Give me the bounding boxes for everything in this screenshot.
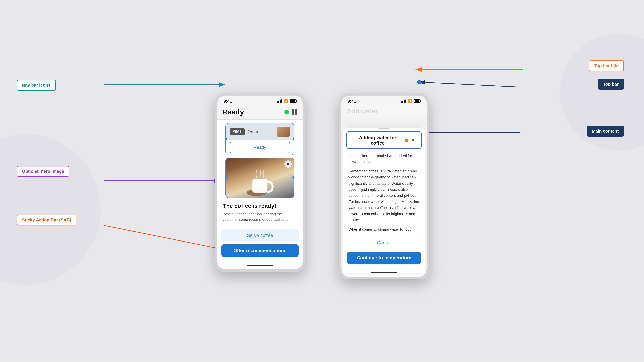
annotation-nav-bar-icons: Nav bar icons [17, 80, 56, 91]
order-card: #001 Order Ready [226, 123, 294, 155]
phone2-screen: 9:41 📶 Add water [342, 95, 427, 277]
phone2-modal-content: makes filtered or bottled water ideal fo… [343, 149, 425, 233]
modal-text-2: Remember, coffee is 98% water, so it's n… [348, 168, 420, 223]
annotation-top-bar: Top bar [598, 79, 624, 90]
hero-image-area: ✕ [226, 158, 294, 198]
modal-close-button[interactable]: ✕ [410, 137, 416, 143]
phone2-blurred-title: Add water [347, 108, 378, 115]
annotation-main-content: Main content [587, 126, 624, 137]
phone1-signal [277, 99, 282, 103]
modal-continue-button[interactable]: Continue to temperature [347, 252, 421, 264]
annotation-optional-hero: Optional hero image [17, 166, 69, 177]
order-card-header: #001 Order [226, 123, 294, 140]
modal-text-3: When it comes to storing water for your … [348, 226, 420, 233]
phone1-content-body: Before serving, consider offering the cu… [223, 211, 297, 222]
coffee-cup-svg [243, 164, 277, 198]
annotation-top-bar-title: Top bar title [589, 60, 624, 71]
order-number: #001 [230, 128, 245, 135]
phone1-nav-icons[interactable] [284, 109, 297, 115]
phone1-sab: Serve coffee Offer recommendations [217, 226, 302, 262]
ready-btn-row: Ready [226, 140, 294, 155]
modal-cancel-button[interactable]: Cancel [347, 236, 421, 249]
ready-button[interactable]: Ready [230, 142, 290, 153]
phone2-blurred-nav: Add water [342, 105, 427, 117]
offer-recommendations-button[interactable]: Offer recommendations [221, 244, 298, 257]
phone1-content-heading: The coffee is ready! [223, 203, 297, 209]
phone1-wifi-icon: 📶 [284, 99, 288, 103]
coffee-thumbnail [277, 127, 290, 137]
annotation-sticky-sab: Sticky Action Bar (SAB) [17, 215, 76, 225]
hero-close-button[interactable]: ✕ [284, 160, 292, 168]
phone1-battery-icon [290, 99, 296, 103]
modal-text-1: makes filtered or bottled water ideal fo… [348, 153, 420, 165]
phone1-status-icons: 📶 [277, 99, 296, 103]
phone2-frame: 9:41 📶 Add water [339, 93, 429, 279]
svg-rect-17 [252, 179, 268, 193]
phone2-home-indicator [371, 272, 398, 273]
phone1-frame: 9:41 📶 Ready [215, 93, 305, 272]
phone1-time: 9:41 [224, 98, 232, 104]
phone1-nav-bar: Ready [217, 105, 302, 120]
phones-area: 9:41 📶 Ready [215, 93, 429, 279]
phone2-modal-top-bar: Adding water for coffee ✕ [346, 131, 422, 149]
order-label: Order [247, 129, 258, 134]
phone2-modal-actions: Cancel Continue to temperature [343, 233, 425, 269]
grid-icon[interactable] [292, 109, 297, 115]
phone2-bg-screen: Add water [342, 105, 427, 125]
main-container: 9:41 📶 Ready [0, 0, 644, 362]
status-green-icon[interactable] [284, 110, 289, 114]
phone1-status-bar: 9:41 📶 [217, 95, 302, 105]
modal-status-dot [405, 139, 408, 142]
phone2-status-icons: 📶 [401, 99, 420, 103]
phone1-screen: 9:41 📶 Ready [217, 95, 302, 269]
modal-drag-handle [379, 128, 389, 129]
phone2-signal [401, 99, 406, 103]
hero-image-bg: ✕ [226, 158, 294, 198]
phone2-time: 9:41 [348, 98, 356, 104]
phone2-wifi-icon: 📶 [408, 99, 412, 103]
phone2-modal-sheet: Adding water for coffee ✕ makes filtered… [343, 128, 425, 273]
serve-coffee-button[interactable]: Serve coffee [221, 229, 298, 242]
phone1-content: The coffee is ready! Before serving, con… [217, 198, 302, 222]
phone1-nav-title: Ready [223, 108, 244, 116]
phone1-home-indicator [246, 265, 273, 266]
phone2-status-bar: 9:41 📶 [342, 95, 427, 105]
phone2-modal-title: Adding water for coffee [352, 135, 403, 146]
phone2-battery-icon [414, 99, 420, 103]
